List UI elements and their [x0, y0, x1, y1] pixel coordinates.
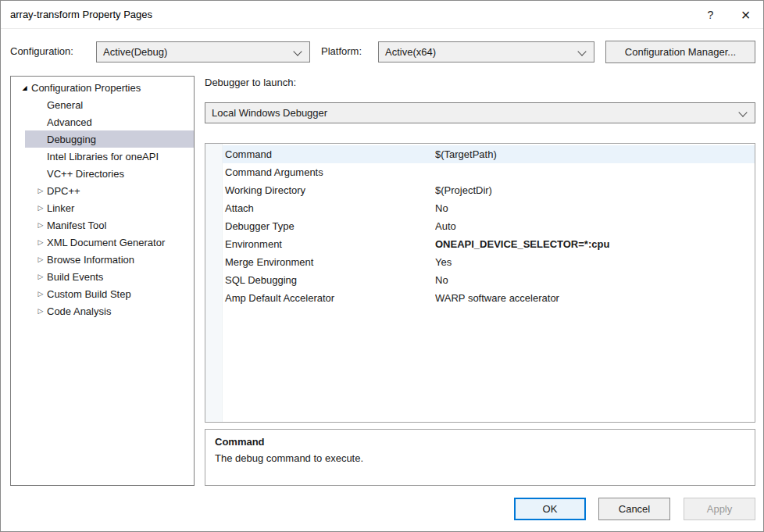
apply-button-label: Apply — [707, 503, 733, 515]
property-row-command[interactable]: Command $(TargetPath) — [205, 145, 755, 163]
expander-collapsed-icon[interactable]: ▷ — [34, 238, 47, 246]
property-row-amp-default-accelerator[interactable]: Amp Default Accelerator WARP software ac… — [205, 289, 755, 307]
platform-dropdown[interactable]: Active(x64) — [378, 41, 594, 62]
property-description-panel: Command The debug command to execute. — [205, 429, 755, 486]
property-value[interactable]: Auto — [435, 217, 755, 235]
titlebar-buttons: ? × — [693, 1, 763, 28]
expander-collapsed-icon[interactable]: ▷ — [34, 221, 47, 229]
property-value[interactable]: Yes — [435, 253, 755, 271]
expander-collapsed-icon[interactable]: ▷ — [34, 187, 47, 195]
tree-item-build-events[interactable]: ▷ Build Events — [11, 268, 194, 285]
description-title: Command — [215, 436, 745, 448]
tree-item-label: XML Document Generator — [47, 237, 165, 248]
tree-item-linker[interactable]: ▷ Linker — [11, 199, 194, 216]
title-bar: array-transform Property Pages ? × — [1, 1, 763, 29]
configuration-manager-label: Configuration Manager... — [625, 46, 736, 58]
tree-item-configuration-properties[interactable]: ◢ Configuration Properties — [11, 79, 194, 96]
tree-item-label: Linker — [47, 202, 74, 214]
chevron-down-icon — [293, 47, 302, 55]
platform-value: Active(x64) — [385, 46, 436, 58]
ok-button[interactable]: OK — [514, 498, 586, 520]
help-icon: ? — [708, 9, 714, 21]
configuration-value: Active(Debug) — [103, 46, 167, 58]
tree-item-vcpp-directories[interactable]: VC++ Directories — [11, 165, 194, 182]
property-name: Working Directory — [223, 181, 435, 199]
apply-button: Apply — [684, 498, 755, 520]
tree-item-advanced[interactable]: Advanced — [11, 113, 194, 130]
tree-item-general[interactable]: General — [11, 96, 194, 113]
debugger-dropdown[interactable]: Local Windows Debugger — [205, 102, 755, 123]
tree-item-browse-information[interactable]: ▷ Browse Information — [11, 251, 194, 268]
tree-item-custom-build-step[interactable]: ▷ Custom Build Step — [11, 285, 194, 302]
property-grid: Command $(TargetPath) Command Arguments … — [205, 143, 755, 423]
expander-collapsed-icon[interactable]: ▷ — [34, 273, 47, 280]
property-value[interactable]: $(TargetPath) — [435, 145, 755, 163]
tree-item-label: DPC++ — [47, 185, 80, 197]
tree-item-xml-document-generator[interactable]: ▷ XML Document Generator — [11, 234, 194, 251]
property-value[interactable]: No — [435, 199, 755, 217]
property-name: Debugger Type — [223, 217, 435, 235]
ok-button-label: OK — [543, 503, 558, 515]
property-name: Command — [223, 145, 435, 163]
configuration-tree: ◢ Configuration Properties General Advan… — [10, 76, 195, 486]
property-value[interactable] — [435, 163, 755, 181]
expander-collapsed-icon[interactable]: ▷ — [34, 307, 47, 315]
window-title: array-transform Property Pages — [10, 9, 152, 20]
tree-item-label: Code Analysis — [47, 305, 111, 317]
property-pages-dialog: { "window": { "title": "array-transform … — [0, 0, 764, 532]
tree-item-label: Debugging — [47, 134, 96, 145]
property-row-merge-environment[interactable]: Merge Environment Yes — [205, 253, 755, 271]
tree-item-dpcpp[interactable]: ▷ DPC++ — [11, 182, 194, 199]
close-icon: × — [741, 7, 751, 23]
tree-item-intel-libraries-for-oneapi[interactable]: Intel Libraries for oneAPI — [11, 148, 194, 165]
cancel-button-label: Cancel — [619, 503, 650, 515]
property-name: SQL Debugging — [223, 271, 435, 289]
tree-item-label: VC++ Directories — [47, 168, 124, 180]
cancel-button[interactable]: Cancel — [598, 498, 670, 520]
expander-expanded-icon[interactable]: ◢ — [18, 84, 31, 91]
tree-item-label: Browse Information — [47, 254, 134, 266]
close-button[interactable]: × — [728, 1, 763, 28]
property-row-environment[interactable]: Environment ONEAPI_DEVICE_SELECTOR=*:cpu — [205, 235, 755, 253]
chevron-down-icon — [738, 108, 747, 116]
description-text: The debug command to execute. — [215, 452, 745, 464]
property-value[interactable]: $(ProjectDir) — [435, 181, 755, 199]
tree-item-debugging[interactable]: Debugging — [25, 130, 194, 148]
property-name: Attach — [223, 199, 435, 217]
property-name: Command Arguments — [223, 163, 435, 181]
property-row-command-arguments[interactable]: Command Arguments — [205, 163, 755, 181]
tree-item-label: General — [47, 99, 83, 111]
configuration-manager-button[interactable]: Configuration Manager... — [605, 41, 755, 63]
tree-item-label: Advanced — [47, 116, 92, 128]
expander-collapsed-icon[interactable]: ▷ — [34, 290, 47, 298]
tree-item-manifest-tool[interactable]: ▷ Manifest Tool — [11, 216, 194, 234]
expander-collapsed-icon[interactable]: ▷ — [34, 204, 47, 212]
tree-item-label: Configuration Properties — [31, 82, 141, 94]
tree-item-code-analysis[interactable]: ▷ Code Analysis — [11, 302, 194, 320]
property-value[interactable]: ONEAPI_DEVICE_SELECTOR=*:cpu — [435, 235, 755, 253]
debugger-to-launch-label: Debugger to launch: — [205, 77, 296, 88]
property-row-sql-debugging[interactable]: SQL Debugging No — [205, 271, 755, 289]
property-name: Environment — [223, 235, 435, 253]
chevron-down-icon — [577, 47, 586, 55]
configuration-label: Configuration: — [10, 41, 73, 62]
debugger-value: Local Windows Debugger — [212, 107, 327, 119]
property-name: Amp Default Accelerator — [223, 289, 435, 307]
property-row-working-directory[interactable]: Working Directory $(ProjectDir) — [205, 181, 755, 199]
property-name: Merge Environment — [223, 253, 435, 271]
help-button[interactable]: ? — [693, 1, 728, 28]
property-value[interactable]: WARP software accelerator — [435, 289, 755, 307]
property-row-attach[interactable]: Attach No — [205, 199, 755, 217]
property-row-debugger-type[interactable]: Debugger Type Auto — [205, 217, 755, 235]
property-value[interactable]: No — [435, 271, 755, 289]
platform-label: Platform: — [321, 41, 362, 62]
tree-item-label: Build Events — [47, 271, 103, 283]
tree-item-label: Manifest Tool — [47, 220, 106, 231]
tree-item-label: Custom Build Step — [47, 288, 131, 300]
tree-item-label: Intel Libraries for oneAPI — [47, 151, 159, 162]
expander-collapsed-icon[interactable]: ▷ — [34, 255, 47, 263]
configuration-dropdown[interactable]: Active(Debug) — [96, 41, 310, 62]
